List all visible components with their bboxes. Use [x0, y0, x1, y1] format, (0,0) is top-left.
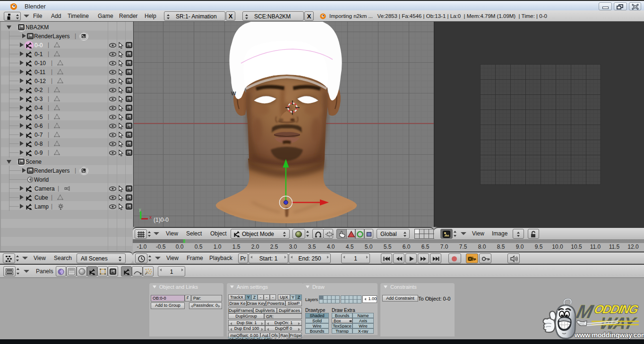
svg-text:M: M [575, 301, 596, 322]
svg-text:(1)0-0: (1)0-0 [154, 217, 169, 223]
svg-text:x: x [149, 215, 152, 220]
svg-text:WAY: WAY [598, 314, 639, 332]
svg-text:W: W [231, 91, 236, 96]
svg-text:y: y [139, 207, 141, 212]
svg-text:www.moddingway.com: www.moddingway.com [574, 331, 644, 339]
